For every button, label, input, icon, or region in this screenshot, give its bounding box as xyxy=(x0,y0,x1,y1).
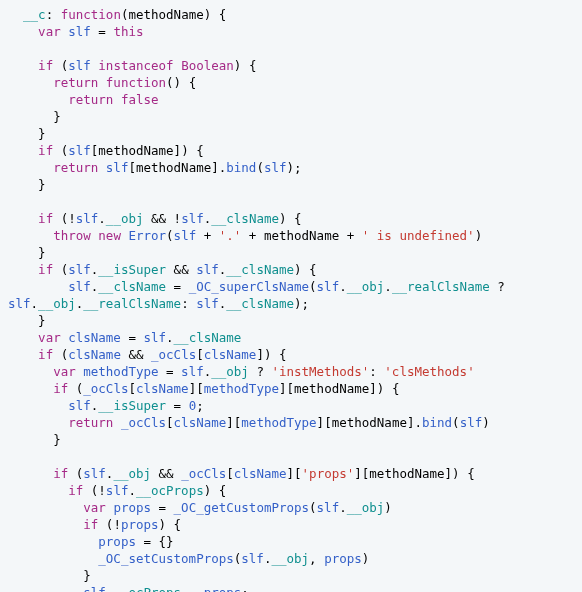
code-block: __c: function(methodName) { var slf = th… xyxy=(0,0,582,592)
prop-key: __c xyxy=(23,7,46,22)
